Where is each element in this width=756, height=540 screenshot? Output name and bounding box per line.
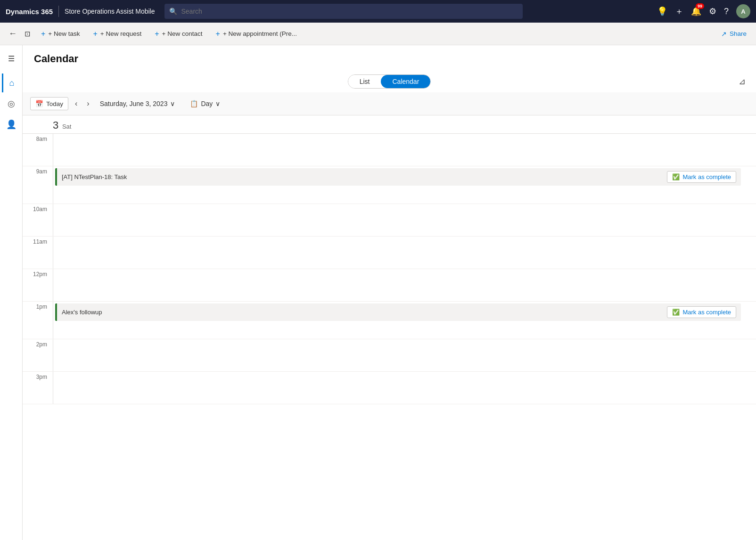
date-chevron-icon: ∨: [170, 100, 175, 107]
time-label-8am: 8am: [23, 134, 53, 166]
time-row-2pm: 2pm: [23, 339, 756, 372]
day-header: 3 Sat: [23, 115, 756, 134]
brand-label: Dynamics 365: [6, 8, 53, 16]
settings-button[interactable]: ⚙: [709, 6, 716, 16]
content-area: Calendar List Calendar ⊿ 📅 Today ‹ › Sat…: [23, 45, 756, 540]
search-container: 🔍: [164, 4, 523, 19]
time-slot-1pm: Alex's followup ✅ Mark as complete: [53, 302, 756, 339]
time-slot-2pm: [53, 339, 756, 371]
page-header: Calendar: [23, 45, 756, 69]
time-grid: 8am 9am [AT] NTestPlan-18: Task ✅ Mark a…: [23, 134, 756, 404]
time-row-11am: 11am: [23, 237, 756, 269]
time-label-3pm: 3pm: [23, 372, 53, 404]
time-row-8am: 8am: [23, 134, 756, 166]
new-task-button[interactable]: + + New task: [35, 27, 86, 41]
time-row-9am: 9am [AT] NTestPlan-18: Task ✅ Mark as co…: [23, 166, 756, 204]
time-row-12pm: 12pm: [23, 269, 756, 302]
sidebar-item-home[interactable]: ⌂: [2, 74, 21, 92]
view-mode-icon: 📋: [190, 100, 198, 107]
time-label-12pm: 12pm: [23, 269, 53, 301]
nav-divider: [58, 6, 59, 17]
search-icon: 🔍: [169, 8, 177, 15]
time-row-10am: 10am: [23, 204, 756, 237]
time-slot-12pm: [53, 269, 756, 301]
notification-badge: 99: [696, 3, 704, 9]
search-input[interactable]: [164, 4, 523, 19]
top-nav-icons: 💡 ＋ 🔔 99 ⚙ ? A: [657, 4, 750, 18]
time-slot-9am: [AT] NTestPlan-18: Task ✅ Mark as comple…: [53, 166, 756, 204]
main-layout: ☰ ⌂ ◎ 👤 Calendar List Calendar ⊿ 📅 Today: [0, 45, 756, 540]
page-title: Calendar: [34, 53, 745, 65]
check-circle-icon-2: ✅: [672, 309, 680, 316]
time-label-2pm: 2pm: [23, 339, 53, 371]
new-request-button[interactable]: + + New request: [88, 27, 148, 41]
check-circle-icon: ✅: [672, 173, 680, 180]
time-slot-11am: [53, 237, 756, 269]
view-controls: List Calendar ⊿: [23, 69, 756, 92]
sidebar-item-goals[interactable]: ◎: [2, 94, 21, 113]
mark-complete-button-2[interactable]: ✅ Mark as complete: [667, 306, 736, 318]
view-mode-chevron-icon: ∨: [215, 100, 220, 107]
new-appointment-button[interactable]: + + New appointment (Pre...: [210, 27, 303, 41]
add-button[interactable]: ＋: [675, 6, 683, 17]
filter-button[interactable]: ⊿: [736, 74, 748, 90]
avatar[interactable]: A: [736, 4, 750, 18]
list-view-button[interactable]: List: [348, 75, 381, 88]
event-1-title: [AT] NTestPlan-18: Task: [62, 173, 127, 180]
current-date-button[interactable]: Saturday, June 3, 2023 ∨: [96, 98, 179, 109]
next-date-button[interactable]: ›: [84, 98, 92, 110]
event-2-title: Alex's followup: [62, 309, 102, 316]
mark-complete-button-1[interactable]: ✅ Mark as complete: [667, 171, 736, 183]
back-button[interactable]: ←: [6, 26, 20, 41]
ideas-button[interactable]: 💡: [657, 6, 667, 16]
share-icon: ↗: [721, 30, 727, 38]
day-name: Sat: [62, 123, 72, 130]
calendar-body[interactable]: 3 Sat 8am 9am [AT] NTestPlan-18: Task: [23, 115, 756, 540]
command-bar: ← ⊡ + + New task + + New request + + New…: [0, 23, 756, 45]
time-row-1pm: 1pm Alex's followup ✅ Mark as complete: [23, 302, 756, 339]
time-slot-10am: [53, 204, 756, 236]
top-nav: Dynamics 365 Store Operations Assist Mob…: [0, 0, 756, 23]
event-2[interactable]: Alex's followup ✅ Mark as complete: [55, 303, 741, 321]
time-slot-3pm: [53, 372, 756, 404]
plus-icon: +: [216, 30, 220, 38]
calendar-view-button[interactable]: Calendar: [381, 75, 430, 88]
plus-icon: +: [93, 30, 98, 38]
view-toggle: List Calendar: [348, 74, 431, 89]
time-label-11am: 11am: [23, 237, 53, 269]
prev-date-button[interactable]: ‹: [72, 98, 80, 110]
day-number: 3: [53, 119, 58, 131]
time-label-9am: 9am: [23, 166, 53, 204]
view-mode-button[interactable]: 📋 Day ∨: [186, 98, 224, 109]
plus-icon: +: [41, 30, 45, 38]
new-contact-button[interactable]: + + New contact: [149, 27, 208, 41]
time-row-3pm: 3pm: [23, 372, 756, 404]
event-1[interactable]: [AT] NTestPlan-18: Task ✅ Mark as comple…: [55, 168, 741, 186]
time-slot-8am: [53, 134, 756, 166]
help-button[interactable]: ?: [724, 7, 729, 16]
calendar-icon: 📅: [35, 100, 43, 107]
sidebar-item-contacts[interactable]: 👤: [2, 115, 21, 134]
share-button[interactable]: ↗ Share: [717, 27, 750, 41]
filter-icon: ⊿: [739, 77, 746, 86]
calendar-toolbar: 📅 Today ‹ › Saturday, June 3, 2023 ∨ 📋 D…: [23, 92, 756, 115]
time-label-10am: 10am: [23, 204, 53, 236]
notifications-button[interactable]: 🔔 99: [691, 6, 701, 16]
app-name-label: Store Operations Assist Mobile: [65, 8, 155, 15]
sidebar: ☰ ⌂ ◎ 👤: [0, 45, 23, 540]
time-label-1pm: 1pm: [23, 302, 53, 339]
plus-icon: +: [155, 30, 159, 38]
sidebar-hamburger[interactable]: ☰: [2, 49, 21, 68]
new-tab-button[interactable]: ⊡: [22, 27, 33, 41]
today-button[interactable]: 📅 Today: [30, 97, 68, 110]
